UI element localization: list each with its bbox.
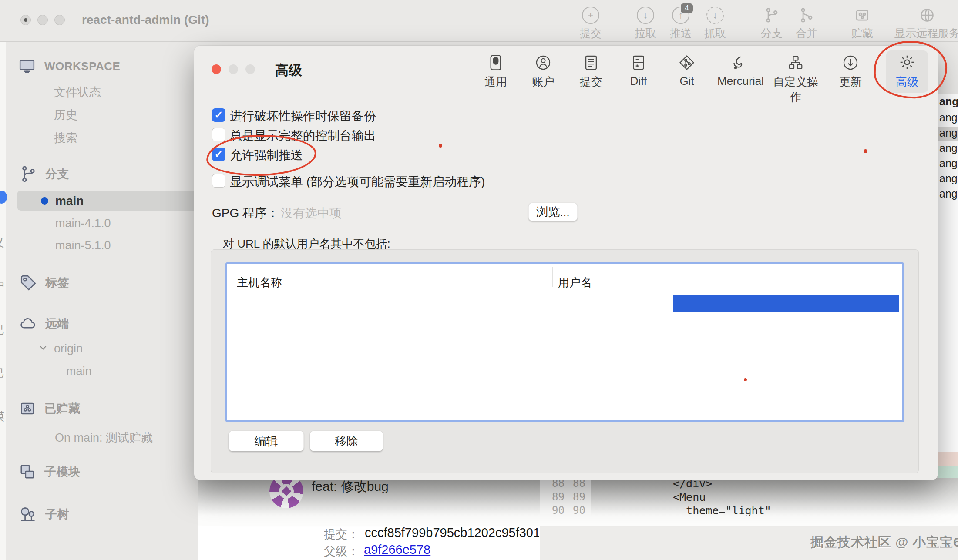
edge-fragment: 已	[0, 322, 4, 337]
gpg-program-label: GPG 程序：	[212, 205, 279, 221]
tab-separator	[194, 97, 938, 97]
sidebar-item-stash[interactable]: On main: 测试贮藏	[55, 430, 153, 446]
file-row[interactable]: angr	[939, 157, 958, 170]
submodules-label: 子模块	[44, 464, 81, 480]
toolbar-fetch-button[interactable]: ↓ 抓取	[682, 6, 748, 40]
hostname-table[interactable]: 主机名称 用户名	[225, 262, 904, 422]
tab-commit[interactable]: 提交	[570, 51, 612, 90]
toolbar-fetch-label: 抓取	[682, 26, 748, 40]
person-icon	[522, 51, 564, 71]
sidebar-section-remotes: 远端	[18, 315, 69, 332]
keep-backups-checkbox[interactable]: ✓	[212, 108, 225, 122]
file-row[interactable]: angr	[939, 188, 958, 200]
sidebar-item-history[interactable]: 历史	[54, 107, 77, 123]
remove-button[interactable]: 移除	[310, 431, 383, 451]
subtrees-label: 子树	[45, 506, 69, 522]
toolbar-stash-label: 贮藏	[830, 26, 895, 40]
gpg-program-value: 没有选中项	[281, 205, 342, 221]
tab-custom-actions-label: 自定义操作	[770, 74, 822, 105]
edge-fragment: 户	[0, 278, 4, 294]
window-zoom-button[interactable]	[54, 15, 65, 25]
sidebar-item-branch-main-5[interactable]: main-5.1.0	[55, 239, 111, 252]
toolbar-remote-button[interactable]: 显示远程服务器	[894, 6, 958, 40]
submodule-icon	[18, 463, 37, 480]
remotes-label: 远端	[45, 316, 69, 332]
update-download-icon	[830, 51, 871, 71]
dialog-close-button[interactable]	[212, 64, 221, 74]
chevron-down-icon[interactable]	[37, 342, 49, 353]
branch-main-label: main	[55, 194, 84, 208]
toolbar-stash-button[interactable]: 贮藏	[830, 6, 895, 40]
subtree-trees-icon	[18, 505, 37, 524]
sidebar-item-branch-main-4[interactable]: main-4.1.0	[55, 217, 111, 230]
sidebar-item-file-status[interactable]: 文件状态	[54, 84, 101, 100]
selected-row-highlight[interactable]	[673, 295, 899, 312]
edit-button[interactable]: 编辑	[229, 431, 304, 451]
tab-git[interactable]: Git	[666, 51, 708, 88]
tab-mercurial[interactable]: Mercurial	[717, 51, 759, 88]
annotation-dot	[864, 149, 867, 153]
tab-updates-label: 更新	[830, 74, 871, 90]
browse-button[interactable]: 浏览...	[528, 203, 578, 221]
cloud-icon	[18, 315, 37, 332]
commit-plus-icon: +	[582, 7, 599, 24]
window-titlebar: react-antd-admin (Git) + 提交 ↓ 拉取 ↑ 推送 4 …	[0, 0, 958, 42]
file-row[interactable]: angr	[939, 127, 958, 139]
background-pink-band	[938, 452, 958, 466]
tab-mercurial-label: Mercurial	[717, 74, 759, 88]
tab-accounts-label: 账户	[522, 74, 564, 90]
sidebar-item-origin-main[interactable]: main	[66, 365, 92, 378]
mercurial-droplet-icon	[717, 51, 759, 71]
window-title: react-antd-admin (Git)	[82, 13, 209, 27]
sidebar-section-submodules: 子模块	[18, 463, 81, 480]
sidebar-section-tags: 标签	[19, 274, 69, 292]
file-row[interactable]: angr	[939, 111, 958, 124]
dialog-title: 高级	[275, 61, 302, 80]
tab-diff[interactable]: Diff	[618, 51, 659, 88]
document-icon	[570, 51, 612, 71]
toggle-switch-icon	[475, 51, 517, 71]
window-close-button[interactable]	[20, 15, 31, 25]
file-row[interactable]: ang	[939, 95, 958, 108]
sidebar-section-branches: 分支	[19, 165, 69, 183]
dialog-minimize-button[interactable]	[229, 64, 238, 74]
background-green-band	[938, 466, 958, 479]
code-panel	[590, 478, 958, 526]
tab-updates[interactable]: 更新	[830, 51, 871, 90]
git-icon	[666, 51, 708, 71]
monitor-icon	[17, 57, 37, 75]
sidebar-item-branch-main[interactable]: main	[17, 191, 204, 211]
sidebar-section-subtrees: 子树	[18, 505, 69, 524]
workspace-label: WORKSPACE	[44, 60, 120, 73]
dialog-zoom-button[interactable]	[245, 64, 255, 74]
edge-fragment: 巳	[0, 366, 4, 381]
header-underline	[227, 288, 899, 288]
toolbar-remote-label: 显示远程服务器	[894, 26, 958, 40]
file-row[interactable]: angr	[939, 142, 958, 154]
close-dot-icon	[24, 18, 27, 22]
edge-fragment: 义	[0, 235, 4, 250]
column-separator[interactable]	[724, 267, 724, 287]
window-minimize-button[interactable]	[37, 15, 48, 25]
debug-menu-checkbox[interactable]	[212, 174, 225, 188]
sidebar-item-search[interactable]: 搜索	[54, 130, 77, 146]
file-row[interactable]: angr	[939, 172, 958, 185]
background-file-list: ang angr angr angr angr angr angr	[938, 94, 958, 452]
sidebar-item-origin[interactable]: origin	[54, 342, 83, 355]
branch-icon	[19, 165, 37, 183]
sidebar: WORKSPACE 文件状态 历史 搜索 分支 main main-4.1.0 …	[6, 42, 198, 560]
tab-diff-label: Diff	[618, 74, 659, 88]
stashes-label: 已贮藏	[44, 401, 81, 416]
line-number: 89	[573, 491, 585, 503]
flowchart-icon	[770, 51, 822, 71]
full-console-checkbox[interactable]	[212, 128, 225, 141]
preferences-dialog: 高级 通用 账户 提交 Diff	[194, 46, 938, 480]
column-separator[interactable]	[552, 267, 553, 287]
parent-hash-link[interactable]: a9f266e578	[364, 543, 430, 557]
tab-accounts[interactable]: 账户	[522, 51, 564, 90]
edge-fragment: 模	[0, 409, 4, 424]
tab-general-label: 通用	[475, 74, 517, 90]
fetch-dashed-icon: ↓	[706, 7, 724, 24]
keep-backups-label: 进行破坏性操作时保留备份	[230, 108, 376, 124]
tab-general[interactable]: 通用	[475, 51, 517, 90]
